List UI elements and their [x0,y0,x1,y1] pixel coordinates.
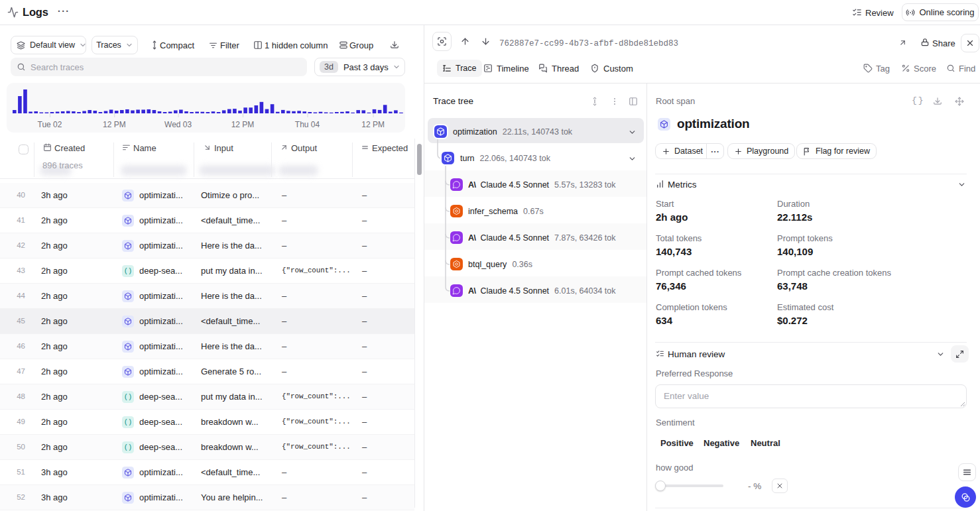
svg-text:Wed 03: Wed 03 [164,120,192,129]
svg-text:12 PM: 12 PM [231,120,255,129]
svg-text:12 PM: 12 PM [361,120,385,129]
svg-text:Tue 02: Tue 02 [38,120,62,129]
svg-text:Thu 04: Thu 04 [295,120,320,129]
svg-text:12 PM: 12 PM [103,120,126,129]
